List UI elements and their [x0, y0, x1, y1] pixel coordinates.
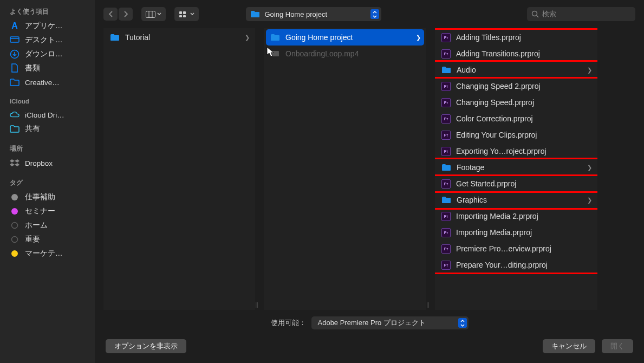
- sidebar-item[interactable]: デスクト…: [0, 33, 95, 47]
- main-panel: Going Home project 検索 Tutorial❯ || Going…: [95, 0, 644, 363]
- sidebar-item[interactable]: Creative…: [0, 75, 95, 89]
- file-row[interactable]: PrGet Started.prproj: [435, 176, 597, 192]
- sidebar-item-label: 共有: [25, 124, 40, 134]
- file-row[interactable]: PrPrepare Your…diting.prproj: [435, 257, 597, 273]
- file-row[interactable]: PrAdding Titles.prproj: [435, 29, 597, 46]
- search-icon: [531, 10, 539, 18]
- chevron-right-icon: ❯: [587, 67, 592, 74]
- sidebar-item[interactable]: マーケテ…: [0, 247, 95, 261]
- view-columns-button[interactable]: [141, 7, 166, 21]
- document-icon: [10, 63, 19, 73]
- file-row[interactable]: PrChanging Speed.prproj: [435, 94, 597, 111]
- sidebar-item[interactable]: ホーム: [0, 218, 95, 232]
- path-selector[interactable]: Going Home project: [246, 7, 381, 21]
- sidebar-item[interactable]: 書類: [0, 61, 95, 75]
- sidebar-item-label: ホーム: [25, 221, 48, 230]
- sidebar-item[interactable]: 仕事補助: [0, 190, 95, 204]
- sidebar-item-label: 仕事補助: [25, 192, 55, 202]
- premiere-project-icon: Pr: [441, 261, 451, 270]
- svg-point-5: [11, 208, 18, 215]
- nav-back-button[interactable]: [103, 8, 118, 21]
- sidebar-item-label: アプリケ…: [25, 21, 63, 31]
- svg-rect-9: [146, 11, 155, 17]
- file-row[interactable]: PrAdding Transitions.prproj: [435, 46, 597, 62]
- file-icon: [270, 50, 280, 57]
- chevron-right-icon: ❯: [587, 197, 592, 204]
- premiere-project-icon: Pr: [441, 179, 451, 189]
- sidebar-item[interactable]: 重要: [0, 232, 95, 247]
- sidebar: よく使う項目Aアプリケ…デスクト…ダウンロ…書類Creative…iCloudi…: [0, 0, 95, 363]
- desktop-icon: [10, 35, 19, 45]
- premiere-project-icon: Pr: [441, 131, 451, 140]
- row-label: Going Home project: [285, 33, 411, 42]
- file-row[interactable]: PrExporting Yo…roject.prproj: [435, 143, 597, 159]
- sidebar-item-label: Dropbox: [25, 159, 53, 167]
- svg-point-6: [12, 223, 18, 229]
- dot-icon: [10, 249, 19, 258]
- sidebar-item[interactable]: Dropbox: [0, 156, 95, 170]
- sidebar-item[interactable]: 共有: [0, 122, 95, 136]
- file-row[interactable]: PrPremiere Pro…erview.prproj: [435, 241, 597, 257]
- sidebar-item-label: マーケテ…: [25, 249, 63, 258]
- toggle-options-button[interactable]: オプションを非表示: [106, 339, 186, 353]
- cloud-icon: [10, 110, 19, 120]
- chevron-right-icon: ❯: [416, 34, 421, 41]
- svg-rect-15: [183, 15, 186, 17]
- sidebar-item-label: Creative…: [25, 79, 60, 87]
- bottom-bar: 使用可能： Adobe Premiere Pro プロジェクト オプションを非表…: [95, 310, 644, 363]
- svg-rect-18: [271, 51, 279, 56]
- app-icon: A: [10, 21, 19, 31]
- premiere-project-icon: Pr: [441, 82, 451, 91]
- folder-row[interactable]: Going Home project❯: [266, 29, 424, 46]
- row-label: Importing Media.prproj: [456, 228, 592, 237]
- folder-icon: [441, 66, 451, 74]
- sidebar-item[interactable]: iCloud Dri…: [0, 108, 95, 122]
- filter-value: Adobe Premiere Pro プロジェクト: [318, 318, 426, 328]
- column-resize-handle[interactable]: ||: [426, 302, 430, 310]
- group-button[interactable]: [174, 7, 199, 21]
- sidebar-item[interactable]: セミナー: [0, 204, 95, 218]
- file-row[interactable]: PrImporting Media.prproj: [435, 224, 597, 241]
- sidebar-item-label: 書類: [25, 63, 40, 73]
- file-row[interactable]: OnboardingLoop.mp4: [264, 46, 426, 62]
- svg-line-17: [537, 16, 539, 18]
- premiere-project-icon: Pr: [441, 228, 451, 237]
- folder-row[interactable]: Audio❯: [435, 62, 597, 78]
- folder-row[interactable]: Graphics❯: [435, 192, 597, 208]
- column-resize-handle[interactable]: ||: [255, 302, 258, 310]
- premiere-project-icon: Pr: [441, 49, 451, 59]
- download-icon: [10, 49, 19, 59]
- open-button[interactable]: 開く: [602, 339, 633, 353]
- sidebar-item[interactable]: ダウンロ…: [0, 47, 95, 61]
- row-label: Footage: [457, 163, 582, 172]
- row-label: Tutorial: [125, 33, 239, 42]
- file-row[interactable]: PrEditing Your Clips.prproj: [435, 127, 597, 143]
- row-label: Prepare Your…diting.prproj: [456, 261, 592, 269]
- folder-icon: [250, 10, 260, 18]
- svg-rect-13: [183, 11, 186, 14]
- svg-point-7: [12, 237, 18, 243]
- chevron-right-icon: ❯: [587, 164, 592, 171]
- premiere-project-icon: Pr: [441, 98, 451, 107]
- search-input[interactable]: 検索: [527, 7, 635, 21]
- sidebar-section-header: タグ: [0, 177, 95, 190]
- file-row[interactable]: PrColor Correction.prproj: [435, 111, 597, 127]
- group-segment: [174, 7, 199, 21]
- folder-row[interactable]: Footage❯: [435, 159, 597, 176]
- sidebar-item-label: iCloud Dri…: [25, 111, 64, 119]
- premiere-project-icon: Pr: [441, 244, 451, 254]
- file-type-filter[interactable]: Adobe Premiere Pro プロジェクト: [311, 316, 469, 329]
- folder-row[interactable]: Tutorial❯: [103, 29, 255, 46]
- nav-forward-button[interactable]: [119, 8, 133, 21]
- updown-icon: [458, 318, 467, 328]
- file-row[interactable]: PrChanging Speed 2.prproj: [435, 78, 597, 94]
- svg-text:A: A: [11, 21, 18, 30]
- view-mode-segment: [141, 7, 166, 21]
- row-label: Changing Speed 2.prproj: [456, 82, 592, 90]
- folder-icon: [441, 164, 451, 171]
- svg-rect-14: [179, 15, 182, 17]
- column-1: Tutorial❯: [103, 28, 255, 310]
- file-row[interactable]: PrImporting Media 2.prproj: [435, 208, 597, 224]
- cancel-button[interactable]: キャンセル: [543, 339, 595, 353]
- sidebar-item[interactable]: Aアプリケ…: [0, 19, 95, 33]
